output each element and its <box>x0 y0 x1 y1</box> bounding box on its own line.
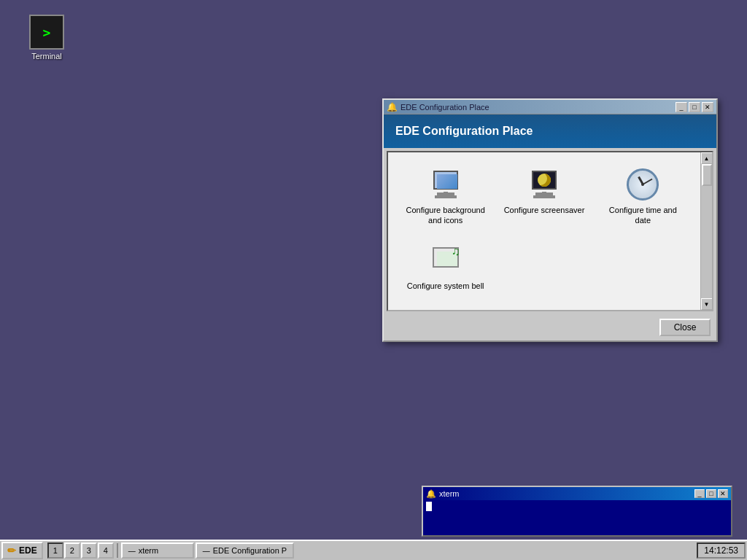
xterm-controls: _ □ ✕ <box>694 489 728 498</box>
dialog-scrollbar[interactable]: ▲ ▼ <box>700 152 712 310</box>
desktop-icon-terminal[interactable]: Terminal <box>20 15 73 61</box>
config-item-bell[interactable]: ♫ Configure system bell <box>400 240 491 298</box>
workspace-buttons: 1 2 3 4 <box>47 542 114 559</box>
taskbar-separator-1 <box>117 543 118 558</box>
taskbar-start-button[interactable]: ✏ EDE <box>1 542 43 559</box>
ede-dialog-header: EDE Configuration Place <box>384 114 716 148</box>
desktop: Terminal 🔔 xterm _ □ ✕ 🔔 EDE Configurati… <box>0 0 747 560</box>
config-bell-icon: ♫ <box>428 243 463 278</box>
config-screensaver-label: Configure screensaver <box>504 205 585 215</box>
xterm-maximize-btn[interactable]: □ <box>706 489 716 498</box>
ede-dialog-maximize-btn[interactable]: □ <box>689 102 700 112</box>
scrollbar-down-btn[interactable]: ▼ <box>701 298 713 310</box>
ede-config-taskbar-label: EDE Configuration P <box>213 546 287 555</box>
ede-dialog-minimize-btn[interactable]: _ <box>676 102 687 112</box>
xterm-minimize-btn[interactable]: _ <box>694 489 705 498</box>
ede-dialog-titlebar: 🔔 EDE Configuration Place _ □ ✕ <box>384 100 716 114</box>
config-background-label: Configure background and icons <box>403 205 488 226</box>
ede-config-dialog: 🔔 EDE Configuration Place _ □ ✕ EDE Conf… <box>382 98 718 342</box>
config-screensaver-icon <box>527 167 562 202</box>
scrollbar-up-btn[interactable]: ▲ <box>701 152 713 164</box>
xterm-titlebar: 🔔 xterm _ □ ✕ <box>423 487 731 500</box>
workspace-btn-2[interactable]: 2 <box>64 542 80 559</box>
ede-config-taskbar-icon: — <box>203 547 210 555</box>
xterm-taskbar-label: xterm <box>139 546 159 555</box>
terminal-label: Terminal <box>31 52 62 61</box>
ede-close-button[interactable]: Close <box>659 319 711 336</box>
ede-dialog-footer: Close <box>384 314 716 341</box>
config-background-icon <box>428 167 463 202</box>
config-item-time[interactable]: Configure time and date <box>597 164 689 233</box>
config-bell-label: Configure system bell <box>407 281 484 291</box>
xterm-close-btn[interactable]: ✕ <box>718 489 728 498</box>
xterm-window: 🔔 xterm _ □ ✕ <box>422 486 732 537</box>
taskbar-ede-config-btn[interactable]: — EDE Configuration P <box>196 542 295 559</box>
terminal-icon <box>29 15 64 50</box>
taskbar: ✏ EDE 1 2 3 4 — xterm — EDE Configuratio… <box>0 540 747 560</box>
xterm-cursor <box>426 502 432 511</box>
config-item-screensaver[interactable]: Configure screensaver <box>498 164 589 233</box>
scrollbar-thumb[interactable] <box>702 164 712 186</box>
ede-dialog-icon: 🔔 <box>387 102 398 112</box>
clock-time: 14:12:53 <box>704 545 738 556</box>
xterm-body <box>423 500 731 535</box>
ede-dialog-content: Configure background and icons <box>387 151 713 311</box>
workspace-btn-1[interactable]: 1 <box>47 542 63 559</box>
ede-dialog-controls: _ □ ✕ <box>676 102 713 112</box>
scrollbar-track[interactable] <box>701 164 713 298</box>
config-time-label: Configure time and date <box>600 205 686 226</box>
config-item-background[interactable]: Configure background and icons <box>400 164 491 233</box>
xterm-taskbar-icon: — <box>128 547 136 555</box>
ede-dialog-title: EDE Configuration Place <box>400 103 489 112</box>
taskbar-xterm-btn[interactable]: — xterm <box>121 542 194 559</box>
ede-dialog-header-title: EDE Configuration Place <box>395 125 533 138</box>
start-ede-icon: ✏ <box>7 545 16 556</box>
config-time-icon <box>625 167 660 202</box>
xterm-title-icon: 🔔 <box>426 489 436 499</box>
workspace-btn-3[interactable]: 3 <box>81 542 97 559</box>
xterm-title: xterm <box>439 489 460 498</box>
ede-dialog-close-btn[interactable]: ✕ <box>702 102 713 112</box>
taskbar-clock: 14:12:53 <box>697 542 746 559</box>
ede-icons-grid: Configure background and icons <box>388 152 700 310</box>
start-label: EDE <box>19 545 37 556</box>
workspace-btn-4[interactable]: 4 <box>98 542 114 559</box>
